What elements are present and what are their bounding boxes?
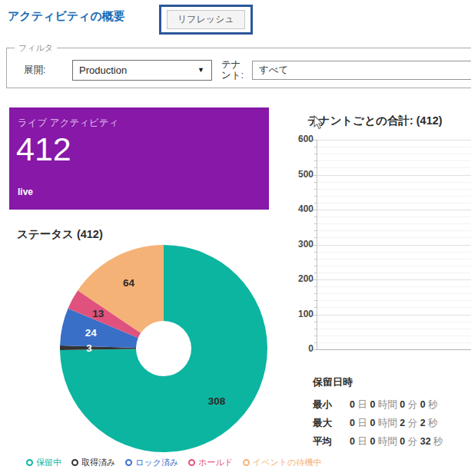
legend-ring-icon <box>71 459 78 466</box>
filter-row: 展開: Production ▼ テナント: <box>7 54 471 88</box>
legend-ring-icon <box>125 459 132 466</box>
stat-min-value: 0 日 0 時間 0 分 0 秒 <box>350 399 438 411</box>
minor-gridline <box>317 300 471 301</box>
live-activity-count: 412 <box>16 131 71 168</box>
y-axis-tick-label: 200 <box>290 273 313 284</box>
tenant-totals-bar-chart: 6005004003002001000 <box>290 131 471 361</box>
legend-ring-icon <box>243 459 250 466</box>
minor-gridline <box>317 252 471 253</box>
minor-gridline <box>317 203 471 203</box>
stat-max-label: 最大 <box>313 418 350 429</box>
hold-duration-stats: 保留日時 最小 0 日 0 時間 0 分 0 秒 最大 0 日 0 時間 2 分… <box>313 375 443 455</box>
tenant-label: テナント: <box>221 59 250 81</box>
refresh-button[interactable]: リフレッシュ <box>167 10 245 29</box>
deployment-select[interactable]: Production ▼ <box>72 60 212 81</box>
minor-gridline <box>317 237 471 238</box>
minor-gridline <box>317 307 471 308</box>
legend-label: 保留中 <box>36 457 61 468</box>
tenant-input[interactable] <box>252 61 471 80</box>
y-axis-tick-label: 300 <box>290 239 313 250</box>
activity-overview-page: アクティビティの概要 リフレッシュ フィルタ 展開: Production ▼ … <box>0 0 471 476</box>
minor-gridline <box>317 167 471 168</box>
filter-legend: フィルタ <box>15 42 57 54</box>
minor-gridline <box>317 196 471 197</box>
minor-gridline <box>317 322 471 322</box>
minor-gridline <box>317 259 471 259</box>
minor-gridline <box>317 266 471 266</box>
minor-gridline <box>317 293 471 294</box>
stat-row-min: 最小 0 日 0 時間 0 分 0 秒 <box>313 399 443 411</box>
legend-label: ホールド <box>198 457 233 468</box>
y-axis-tick-label: 400 <box>290 203 313 214</box>
slice-value-label: 24 <box>85 327 97 339</box>
slice-value-label: 13 <box>92 307 104 319</box>
y-axis-tick-label: 0 <box>290 343 313 354</box>
minor-gridline <box>317 223 471 224</box>
major-gridline <box>317 315 471 316</box>
tenant-totals-chart-title: テナントごとの合計: (412) <box>307 114 443 128</box>
minor-gridline <box>317 160 471 161</box>
status-chart-title: ステータス (412) <box>17 227 103 242</box>
y-axis-tick-label: 600 <box>290 134 313 144</box>
legend-label: イベントの待機中 <box>253 457 321 468</box>
minor-gridline <box>317 154 471 154</box>
minor-gridline <box>317 230 471 231</box>
stat-row-avg: 平均 0 日 0 時間 0 分 32 秒 <box>313 436 443 448</box>
y-axis-tick-label: 100 <box>290 309 313 319</box>
status-chart-legend: 保留中取得済みロック済みホールドイベントの待機中 <box>26 457 321 468</box>
minor-gridline <box>317 182 471 183</box>
legend-label: ロック済み <box>135 457 178 468</box>
minor-gridline <box>317 189 471 190</box>
minor-gridline <box>317 217 471 217</box>
slice-value-label: 64 <box>123 277 134 289</box>
legend-ring-icon <box>26 459 33 466</box>
minor-gridline <box>317 147 471 147</box>
minor-gridline <box>317 336 471 336</box>
stat-avg-label: 平均 <box>313 436 350 448</box>
legend-label: 取得済み <box>81 457 115 468</box>
y-axis-tick-label: 500 <box>290 169 313 180</box>
slice-value-label: 308 <box>208 395 226 407</box>
live-activity-label: ライブ アクティビティ <box>18 117 118 130</box>
refresh-button-focus-ring: リフレッシュ <box>159 5 253 35</box>
status-donut-chart[interactable]: 3083241364 <box>60 245 267 452</box>
hold-duration-title: 保留日時 <box>313 375 443 389</box>
live-activity-tile[interactable]: ライブ アクティビティ 412 live <box>9 107 269 210</box>
major-gridline <box>317 140 471 140</box>
stat-max-value: 0 日 0 時間 2 分 2 秒 <box>350 418 438 429</box>
deployment-select-value: Production <box>79 64 127 76</box>
deployment-label: 展開: <box>24 64 72 77</box>
x-axis-line <box>317 349 471 350</box>
stat-min-label: 最小 <box>313 399 350 411</box>
legend-item-4[interactable]: イベントの待機中 <box>243 457 321 468</box>
legend-item-1[interactable]: 取得済み <box>71 457 115 468</box>
y-axis-line <box>317 140 317 350</box>
stat-avg-value: 0 日 0 時間 0 分 32 秒 <box>350 436 443 448</box>
major-gridline <box>317 175 471 176</box>
minor-gridline <box>317 273 471 273</box>
minor-gridline <box>317 342 471 343</box>
major-gridline <box>317 210 471 210</box>
legend-item-3[interactable]: ホールド <box>188 457 233 468</box>
live-activity-sublabel: live <box>18 187 33 197</box>
major-gridline <box>317 245 471 246</box>
chevron-down-icon: ▼ <box>197 66 204 74</box>
legend-item-2[interactable]: ロック済み <box>125 457 178 468</box>
minor-gridline <box>317 286 471 287</box>
page-title: アクティビティの概要 <box>8 9 125 24</box>
legend-ring-icon <box>188 459 195 466</box>
major-gridline <box>317 279 471 280</box>
minor-gridline <box>317 329 471 329</box>
stat-row-max: 最大 0 日 0 時間 2 分 2 秒 <box>313 418 443 429</box>
slice-value-label: 3 <box>86 342 92 354</box>
mouse-cursor-icon <box>313 115 323 130</box>
legend-item-0[interactable]: 保留中 <box>26 457 61 468</box>
filter-fieldset: フィルタ 展開: Production ▼ テナント: <box>6 42 471 88</box>
